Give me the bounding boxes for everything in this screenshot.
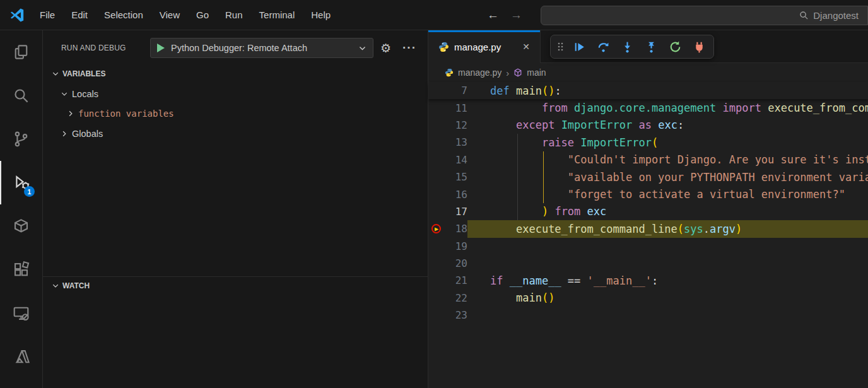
code-line[interactable]: 12 except ImportError as exc: xyxy=(428,117,868,134)
scope-globals[interactable]: Globals xyxy=(61,125,103,143)
code-line[interactable]: 20 xyxy=(428,255,868,272)
step-over-button[interactable] xyxy=(592,37,614,56)
menu-edit[interactable]: Edit xyxy=(63,9,96,20)
breadcrumb-symbol[interactable]: main xyxy=(527,68,546,78)
breakpoint-gutter[interactable] xyxy=(428,151,445,168)
activity-source-control[interactable] xyxy=(0,117,42,161)
code-text[interactable]: "available on your PYTHONPATH environmen… xyxy=(467,168,868,185)
vscode-window: FileEditSelectionViewGoRunTerminalHelp ←… xyxy=(0,0,868,388)
restart-button[interactable] xyxy=(664,37,686,56)
scope-label: Globals xyxy=(72,129,103,139)
disconnect-button[interactable] xyxy=(688,37,710,56)
code-text[interactable]: if __name__ == '__main__': xyxy=(467,272,868,289)
code-text[interactable] xyxy=(467,238,868,255)
breakpoint-gutter[interactable] xyxy=(428,134,445,151)
debug-config-label: Python Debugger: Remote Attach xyxy=(171,43,358,53)
menu-file[interactable]: File xyxy=(32,9,63,20)
code-text[interactable] xyxy=(467,255,868,272)
code-text[interactable]: except ImportError as exc: xyxy=(467,117,868,134)
command-center-search[interactable]: Djangotest xyxy=(541,6,868,25)
menu-terminal[interactable]: Terminal xyxy=(251,9,303,20)
breakpoint-gutter[interactable] xyxy=(428,168,445,185)
breakpoint-gutter[interactable] xyxy=(428,255,445,272)
variables-section-label: VARIABLES xyxy=(62,69,105,78)
activity-extensions[interactable] xyxy=(0,248,42,291)
azure-icon xyxy=(13,348,30,365)
code-text[interactable]: main() xyxy=(467,290,868,307)
back-icon[interactable]: ← xyxy=(487,8,499,22)
code-text[interactable]: ) from exc xyxy=(467,203,868,220)
code-line[interactable]: 17 ) from exc xyxy=(428,203,868,220)
breakpoint-gutter[interactable] xyxy=(428,238,445,255)
activity-azure[interactable] xyxy=(0,335,42,379)
remote-monitor-icon xyxy=(13,305,30,322)
breakpoint-stopped-icon[interactable]: ▶ xyxy=(431,224,441,233)
code-line[interactable]: 15 "available on your PYTHONPATH environ… xyxy=(428,168,868,185)
code-editor[interactable]: 7def main():11 from django.core.manageme… xyxy=(428,82,868,324)
run-and-debug-sidebar: RUN AND DEBUG Python Debugger: Remote At… xyxy=(43,30,428,388)
code-line[interactable]: 21if __name__ == '__main__': xyxy=(428,272,868,289)
gear-icon[interactable]: ⚙ xyxy=(380,41,391,56)
breakpoint-gutter[interactable] xyxy=(428,272,445,289)
activity-search[interactable] xyxy=(0,74,42,117)
line-number: 17 xyxy=(445,206,467,218)
menu-bar: FileEditSelectionViewGoRunTerminalHelp xyxy=(32,0,339,30)
code-text[interactable]: from django.core.management import execu… xyxy=(467,99,868,116)
activity-run-and-debug[interactable]: 1 xyxy=(0,161,42,204)
menu-view[interactable]: View xyxy=(151,9,188,20)
code-text[interactable]: execute_from_command_line(sys.argv) xyxy=(467,220,868,237)
code-line[interactable]: 19 xyxy=(428,238,868,255)
breakpoint-gutter[interactable] xyxy=(428,117,445,134)
menu-run[interactable]: Run xyxy=(217,9,251,20)
activity-containers[interactable] xyxy=(0,204,42,248)
breakpoint-gutter[interactable] xyxy=(428,307,445,324)
line-number: 13 xyxy=(445,136,467,148)
code-line[interactable]: 22 main() xyxy=(428,290,868,307)
continue-button[interactable] xyxy=(568,37,590,56)
more-actions-icon[interactable]: ··· xyxy=(402,41,416,55)
breadcrumb-file[interactable]: manage.py xyxy=(458,68,501,78)
forward-icon[interactable]: → xyxy=(510,8,522,22)
sticky-scroll-line[interactable]: 7def main(): xyxy=(428,82,868,99)
code-text[interactable] xyxy=(467,307,868,324)
code-line[interactable]: ▶18 execute_from_command_line(sys.argv) xyxy=(428,220,868,237)
code-line[interactable]: 11 from django.core.management import ex… xyxy=(428,99,868,116)
tab-manage-py[interactable]: manage.py ✕ xyxy=(428,30,541,63)
debug-config-dropdown[interactable]: Python Debugger: Remote Attach xyxy=(150,38,373,58)
breakpoint-gutter[interactable] xyxy=(428,290,445,307)
step-out-button[interactable] xyxy=(640,37,662,56)
breakpoint-gutter[interactable] xyxy=(428,185,445,203)
tab-close-icon[interactable]: ✕ xyxy=(520,40,532,53)
code-text[interactable]: def main(): xyxy=(467,82,868,99)
watch-section-header[interactable]: WATCH xyxy=(43,276,428,294)
line-number: 11 xyxy=(445,102,467,114)
chevron-down-icon xyxy=(52,70,59,78)
line-number: 19 xyxy=(445,240,467,252)
breakpoint-gutter[interactable] xyxy=(428,82,445,99)
code-text[interactable]: "forget to activate a virtual environmen… xyxy=(467,185,868,203)
breakpoint-gutter[interactable] xyxy=(428,203,445,220)
breakpoint-gutter[interactable] xyxy=(428,99,445,116)
breakpoint-gutter[interactable]: ▶ xyxy=(428,220,445,237)
code-line[interactable]: 14 "Couldn't import Django. Are you sure… xyxy=(428,151,868,168)
activity-remote-explorer[interactable] xyxy=(0,291,42,335)
line-number: 14 xyxy=(445,154,467,166)
toolbar-grip-icon[interactable] xyxy=(554,37,566,56)
start-debug-icon[interactable] xyxy=(157,44,165,52)
variables-section-header[interactable]: VARIABLES xyxy=(43,65,428,83)
code-line[interactable]: 16 "forget to activate a virtual environ… xyxy=(428,185,868,203)
code-line[interactable]: 13 raise ImportError( xyxy=(428,134,868,151)
scope-locals[interactable]: Locals xyxy=(61,85,98,103)
code-text[interactable]: "Couldn't import Django. Are you sure it… xyxy=(467,151,868,168)
code-text[interactable]: raise ImportError( xyxy=(467,134,868,151)
line-number: 22 xyxy=(445,292,467,304)
menu-help[interactable]: Help xyxy=(303,9,339,20)
step-into-button[interactable] xyxy=(616,37,638,56)
scope-function-variables[interactable]: function variables xyxy=(67,105,174,122)
activity-explorer[interactable] xyxy=(0,30,42,74)
title-bar: FileEditSelectionViewGoRunTerminalHelp ←… xyxy=(0,0,868,30)
code-line[interactable]: 23 xyxy=(428,307,868,324)
menu-selection[interactable]: Selection xyxy=(96,9,151,20)
menu-go[interactable]: Go xyxy=(188,9,217,20)
line-number: 16 xyxy=(445,189,467,201)
